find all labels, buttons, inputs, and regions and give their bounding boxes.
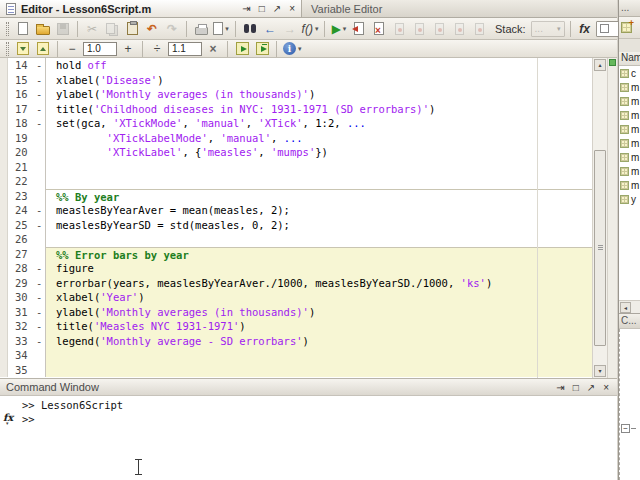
multiply-value-button[interactable]: × <box>204 40 222 58</box>
workspace-name-column-header[interactable]: Name <box>619 52 640 66</box>
command-history-titlebar[interactable]: C... <box>619 313 640 329</box>
divide-value-button[interactable]: ÷ <box>148 40 166 58</box>
tree-collapse-icon[interactable]: − <box>621 424 630 433</box>
open-file-button[interactable] <box>34 20 52 38</box>
increase-value-button[interactable]: + <box>119 40 137 58</box>
code-text[interactable]: ylabel('Monthly averages (in thousands)'… <box>46 305 617 320</box>
code-text[interactable]: xlabel('Year') <box>46 290 617 305</box>
code-text[interactable]: hold off <box>46 58 617 73</box>
cell-value-2-input[interactable] <box>168 42 202 56</box>
scroll-left-button[interactable]: ◂ <box>620 302 631 313</box>
breakpoint-gutter[interactable] <box>0 131 8 146</box>
command-history-panel[interactable]: − <box>619 329 640 480</box>
breakpoint-gutter[interactable] <box>0 348 8 363</box>
undo-button[interactable]: ↶ <box>143 20 161 38</box>
code-text[interactable]: xlabel('Disease') <box>46 73 617 88</box>
breakpoint-gutter[interactable] <box>0 87 8 102</box>
scrollbar-thumb[interactable] <box>594 150 606 346</box>
run-section-button[interactable] <box>370 20 388 38</box>
code-text[interactable] <box>46 363 617 378</box>
workspace-panel-titlebar[interactable]: ... <box>619 0 640 17</box>
insert-cell-break-button[interactable] <box>14 40 32 58</box>
breakpoint-gutter[interactable] <box>0 73 8 88</box>
decrease-value-button[interactable]: − <box>63 40 81 58</box>
workspace-variable-row[interactable]: y <box>619 192 640 206</box>
run-advance-button[interactable] <box>350 20 368 38</box>
breakpoint-gutter[interactable] <box>0 145 8 160</box>
code-text[interactable]: ylabel('Monthly averages (in thousands)'… <box>46 87 617 102</box>
breakpoint-gutter[interactable] <box>0 305 8 320</box>
new-variable-icon[interactable] <box>621 22 632 33</box>
editor-close-button[interactable]: × <box>289 4 295 14</box>
command-window-undock-button[interactable]: ↗ <box>587 382 595 393</box>
paste-button[interactable] <box>123 20 141 38</box>
scroll-down-button[interactable]: ▾ <box>594 365 606 377</box>
command-window-dock-button[interactable]: ⇥ <box>556 382 564 393</box>
workspace-variable-row[interactable]: m <box>619 164 640 178</box>
workspace-variable-row[interactable]: m <box>619 108 640 122</box>
workspace-variable-row[interactable]: m <box>619 80 640 94</box>
command-window-close-button[interactable]: × <box>603 382 609 393</box>
workspace-variable-row[interactable]: m <box>619 178 640 192</box>
insert-cell-next-button[interactable] <box>34 40 52 58</box>
breakpoint-gutter[interactable] <box>0 58 8 73</box>
code-text[interactable]: measlesByYearSD = std(measles, 0, 2); <box>46 218 617 233</box>
new-file-button[interactable] <box>14 20 32 38</box>
function-hints-button[interactable]: fx <box>576 20 594 38</box>
back-button[interactable]: ← <box>261 20 279 38</box>
editor-vertical-scrollbar[interactable]: ▴ ▾ <box>592 58 607 378</box>
code-text[interactable] <box>46 160 617 175</box>
insert-function-button[interactable]: f()▾ <box>301 20 319 38</box>
breakpoint-gutter[interactable] <box>0 319 8 334</box>
breakpoint-gutter[interactable] <box>0 334 8 349</box>
code-text[interactable]: %% Error bars by year <box>46 247 617 262</box>
breakpoint-gutter[interactable] <box>0 261 8 276</box>
code-text[interactable]: legend('Monthly average - SD errorbars') <box>46 334 617 349</box>
breakpoint-gutter[interactable] <box>0 232 8 247</box>
breakpoint-gutter[interactable] <box>0 218 8 233</box>
code-text[interactable]: set(gca, 'XTickMode', 'manual', 'XTick',… <box>46 116 617 131</box>
code-text[interactable]: errorbar(years, measlesByYearAver./1000,… <box>46 276 617 291</box>
code-text[interactable]: %% By year <box>46 189 617 204</box>
code-text[interactable] <box>46 232 617 247</box>
evaluate-cell-advance-button[interactable] <box>253 40 271 58</box>
breakpoint-gutter[interactable] <box>0 174 8 189</box>
editor-dock-button[interactable]: ⇥ <box>242 4 250 14</box>
code-text[interactable]: title('Childhood diseases in NYC: 1931-1… <box>46 102 617 117</box>
code-text[interactable]: 'XTickLabelMode', 'manual', ... <box>46 131 617 146</box>
breakpoint-gutter[interactable] <box>0 276 8 291</box>
fx-prompt-icon[interactable]: fx <box>3 412 13 423</box>
cell-mode-info-button[interactable]: ▾ <box>282 40 303 58</box>
breakpoint-gutter[interactable] <box>0 203 8 218</box>
breakpoint-gutter[interactable] <box>0 363 8 378</box>
scroll-up-button[interactable]: ▴ <box>594 59 606 71</box>
history-tree-node[interactable]: − <box>621 424 636 433</box>
find-button[interactable] <box>241 20 259 38</box>
breakpoint-gutter[interactable] <box>0 102 8 117</box>
breakpoint-gutter[interactable] <box>0 189 8 204</box>
code-text[interactable]: figure <box>46 261 617 276</box>
breakpoint-gutter[interactable] <box>0 116 8 131</box>
code-text[interactable]: measlesByYearAver = mean(measles, 2); <box>46 203 617 218</box>
evaluate-cell-button[interactable] <box>233 40 251 58</box>
breakpoint-gutter[interactable] <box>0 290 8 305</box>
breakpoint-gutter[interactable] <box>0 160 8 175</box>
command-window-maximize-button[interactable]: □ <box>573 382 579 393</box>
code-ok-indicator[interactable] <box>609 59 616 66</box>
breakpoint-gutter[interactable] <box>0 247 8 262</box>
stack-dropdown[interactable]: ...▾ <box>531 21 565 37</box>
command-window-input[interactable]: >> Lesson6Script fx >> <box>0 396 617 480</box>
print-preview-button[interactable]: ▾ <box>212 20 230 38</box>
code-text[interactable] <box>46 348 617 363</box>
workspace-variable-row[interactable]: m <box>619 122 640 136</box>
variable-editor-titlebar-tab[interactable]: Variable Editor <box>302 0 617 17</box>
code-text[interactable]: title('Measles NYC 1931-1971') <box>46 319 617 334</box>
workspace-variable-row[interactable]: c <box>619 66 640 80</box>
workspace-variable-row[interactable]: m <box>619 136 640 150</box>
code-text[interactable]: 'XTickLabel', {'measles', 'mumps'}) <box>46 145 617 160</box>
editor-maximize-button[interactable]: □ <box>259 4 265 14</box>
run-button[interactable]: ▶▾ <box>330 20 348 38</box>
cell-value-1-input[interactable] <box>83 42 117 56</box>
workspace-variable-row[interactable]: m <box>619 150 640 164</box>
code-editor[interactable]: 14-hold off15-xlabel('Disease')16-ylabel… <box>0 58 617 378</box>
